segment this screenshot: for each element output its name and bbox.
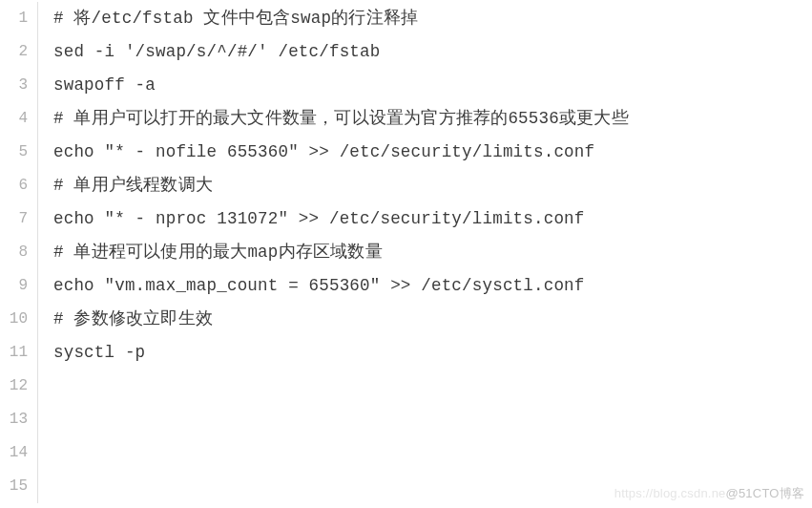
line-number: 5 bbox=[0, 136, 28, 169]
line-number: 2 bbox=[0, 35, 28, 69]
line-number-gutter: 1 2 3 4 5 6 7 8 9 10 11 12 13 14 15 bbox=[0, 2, 38, 503]
line-number: 6 bbox=[0, 169, 28, 202]
code-line: echo "vm.max_map_count = 655360" >> /etc… bbox=[53, 269, 812, 303]
code-line: # 将/etc/fstab 文件中包含swap的行注释掉 bbox=[53, 2, 812, 35]
code-content: # 将/etc/fstab 文件中包含swap的行注释掉 sed -i '/sw… bbox=[38, 2, 812, 503]
code-line: echo "* - nproc 131072" >> /etc/security… bbox=[53, 202, 812, 236]
watermark-right: @51CTO博客 bbox=[726, 486, 804, 500]
code-block: 1 2 3 4 5 6 7 8 9 10 11 12 13 14 15 # 将/… bbox=[0, 0, 812, 503]
code-line: swapoff -a bbox=[53, 69, 812, 102]
watermark: https://blog.csdn.ne@51CTO博客 bbox=[614, 485, 804, 502]
line-number: 13 bbox=[0, 403, 28, 436]
line-number: 4 bbox=[0, 102, 28, 136]
line-number: 8 bbox=[0, 236, 28, 269]
line-number: 15 bbox=[0, 470, 28, 503]
code-line: echo "* - nofile 655360" >> /etc/securit… bbox=[53, 136, 812, 169]
line-number: 3 bbox=[0, 69, 28, 102]
code-line: sed -i '/swap/s/^/#/' /etc/fstab bbox=[53, 35, 812, 69]
code-line: # 单用户线程数调大 bbox=[53, 169, 812, 202]
code-line: # 参数修改立即生效 bbox=[53, 303, 812, 336]
line-number: 11 bbox=[0, 336, 28, 370]
code-line: # 单用户可以打开的最大文件数量，可以设置为官方推荐的65536或更大些 bbox=[53, 102, 812, 136]
line-number: 7 bbox=[0, 202, 28, 236]
line-number: 1 bbox=[0, 2, 28, 35]
line-number: 14 bbox=[0, 436, 28, 470]
line-number: 12 bbox=[0, 370, 28, 403]
code-line: sysctl -p bbox=[53, 336, 812, 370]
line-number: 9 bbox=[0, 269, 28, 303]
line-number: 10 bbox=[0, 303, 28, 336]
code-line: # 单进程可以使用的最大map内存区域数量 bbox=[53, 236, 812, 269]
watermark-left: https://blog.csdn.ne bbox=[614, 486, 726, 500]
